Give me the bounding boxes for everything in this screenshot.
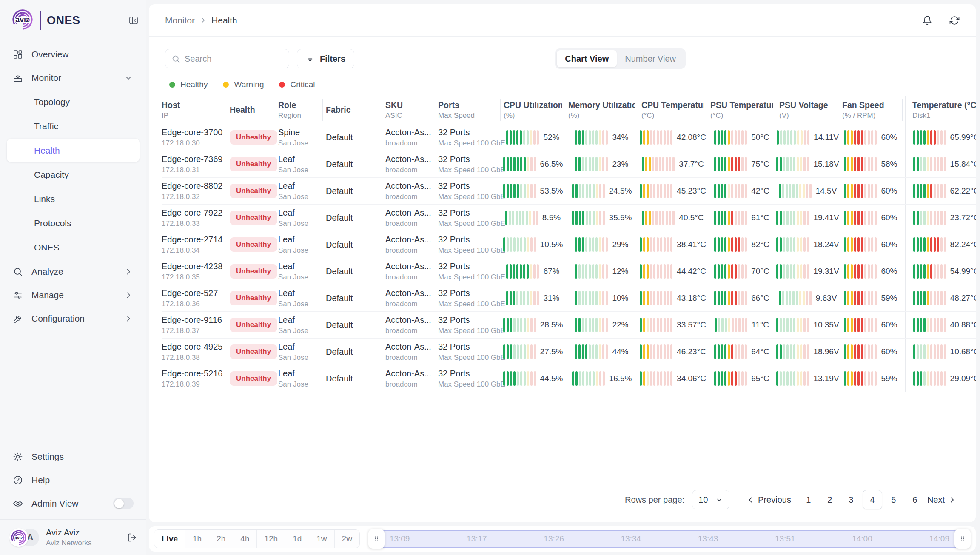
sidebar-collapse-button[interactable] — [128, 15, 139, 26]
chart-bar — [724, 344, 726, 359]
range-button-1h[interactable]: 1h — [185, 530, 209, 548]
chart-bar — [643, 291, 645, 305]
table-row-edge-core-5216[interactable]: Edge-core-5216172.18.0.39UnhealthyLeafSa… — [162, 365, 976, 392]
sidebar-item-overview[interactable]: Overview — [7, 43, 140, 66]
table-row-edge-core-3700[interactable]: Edge-core-3700172.18.0.30UnhealthySpineS… — [162, 124, 976, 151]
chart-bar — [934, 157, 936, 171]
range-button-4h[interactable]: 4h — [233, 530, 256, 548]
sidebar-item-settings[interactable]: Settings — [7, 445, 140, 468]
timeline: 13:0913:1713:2613:3413:4313:5114:0014:09 — [368, 529, 971, 549]
range-button-12h[interactable]: 12h — [256, 530, 285, 548]
breadcrumb-monitor[interactable]: Monitor — [165, 15, 195, 26]
previous-page-button[interactable]: Previous — [746, 495, 791, 505]
page-button-1[interactable]: 1 — [799, 490, 818, 509]
search-input[interactable] — [185, 54, 283, 64]
sidebar-item-protocols[interactable]: Protocols — [7, 211, 140, 235]
search-icon — [171, 54, 180, 63]
page-button-4[interactable]: 4 — [863, 490, 882, 509]
role-cell: LeafSan Jose — [278, 339, 326, 365]
range-button-2w[interactable]: 2w — [334, 530, 359, 548]
tab-chart-view[interactable]: Chart View — [557, 50, 617, 67]
role-cell-main: Leaf — [278, 262, 320, 271]
chart-bar — [780, 237, 782, 252]
column-header-health: Health — [230, 96, 278, 124]
table-row-edge-core-2714[interactable]: Edge-core-2714172.18.0.34UnhealthyLeafSa… — [162, 231, 976, 258]
chart-bar — [847, 184, 849, 198]
notifications-button[interactable] — [922, 15, 932, 26]
ports-cell: 32 PortsMax Speed 100 GbE — [438, 124, 504, 151]
metric-cell: 45.23°C — [641, 178, 710, 204]
sidebar-item-health[interactable]: Health — [7, 139, 140, 162]
ports-cell-sub: Max Speed 100 GbE — [438, 246, 498, 255]
chart-bar — [944, 291, 946, 305]
chart-bar — [530, 318, 533, 332]
page-button-2[interactable]: 2 — [820, 490, 840, 509]
sidebar-item-analyze[interactable]: Analyze — [7, 260, 140, 283]
table-row-edge-core-9116[interactable]: Edge-core-9116172.18.0.37UnhealthyLeafSa… — [162, 312, 976, 339]
time-tick: 14:09 — [929, 534, 949, 544]
table-row-edge-core-7922[interactable]: Edge-core-7922172.18.0.33UnhealthyLeafSa… — [162, 205, 976, 231]
range-button-1d[interactable]: 1d — [285, 530, 309, 548]
metric-value: 60% — [881, 267, 897, 276]
ports-cell-sub: Max Speed 100 GbE — [438, 273, 498, 282]
host-cell-main: Edge-core-4925 — [162, 342, 224, 352]
table-row-edge-core-7369[interactable]: Edge-core-7369172.18.0.31UnhealthyLeafSa… — [162, 151, 976, 178]
admin-view-toggle[interactable] — [113, 498, 134, 509]
chart-bar — [509, 211, 511, 225]
chart-bar — [934, 130, 936, 145]
chart-bar — [715, 318, 717, 332]
chart-bar — [780, 344, 782, 359]
chart-bar — [599, 184, 601, 198]
chart-bar — [728, 344, 730, 359]
host-cell-sub: 172.18.0.35 — [162, 273, 224, 282]
timeline-left-handle[interactable] — [368, 529, 385, 549]
page-button-3[interactable]: 3 — [841, 490, 861, 509]
fabric-cell-main: Default — [326, 186, 379, 196]
table-row-edge-core-8802[interactable]: Edge-core-8802172.18.0.32UnhealthyLeafSa… — [162, 178, 976, 205]
sidebar-item-help[interactable]: Help — [7, 468, 140, 492]
sidebar-item-ones[interactable]: ONES — [7, 236, 140, 259]
logout-button[interactable] — [127, 532, 137, 543]
chart-bar — [667, 291, 669, 305]
chart-bar — [927, 184, 929, 198]
sidebar-item-capacity[interactable]: Capacity — [7, 163, 140, 186]
chart-bar — [913, 344, 915, 359]
sidebar-item-configuration[interactable]: Configuration — [7, 307, 140, 330]
chart-bar — [800, 211, 802, 225]
chart-bar — [807, 318, 809, 332]
column-header-ports: PortsMax Speed — [438, 96, 504, 124]
timeline-strip[interactable]: 13:0913:1713:2613:3413:4313:5114:0014:09 — [379, 530, 960, 548]
tab-number-view[interactable]: Number View — [617, 50, 684, 67]
sidebar-item-topology[interactable]: Topology — [7, 90, 140, 114]
chart-bar — [858, 130, 860, 145]
rows-per-page-select[interactable]: 10 — [692, 490, 729, 509]
chart-bar — [599, 291, 601, 305]
sidebar-item-traffic[interactable]: Traffic — [7, 114, 140, 138]
sidebar-item-monitor[interactable]: Monitor — [7, 66, 140, 89]
range-button-1w[interactable]: 1w — [309, 530, 334, 548]
page-button-6[interactable]: 6 — [905, 490, 925, 509]
chart-bar — [745, 237, 747, 252]
table-row-edge-core-527[interactable]: Edge-core-527172.18.0.36UnhealthyLeafSan… — [162, 285, 976, 312]
refresh-button[interactable] — [949, 15, 960, 26]
chart-bar — [800, 157, 802, 171]
user-row[interactable]: aviz A Aviz Aviz Aviz Networks — [0, 519, 146, 555]
table-row-edge-core-4238[interactable]: Edge-core-4238172.18.0.35UnhealthyLeafSa… — [162, 258, 976, 285]
table-row-edge-core-4925[interactable]: Edge-core-4925172.18.0.38UnhealthyLeafSa… — [162, 339, 976, 365]
sidebar-item-links[interactable]: Links — [7, 187, 140, 211]
chart-bar — [530, 184, 533, 198]
sidebar-item-manage[interactable]: Manage — [7, 283, 140, 307]
health-cell: Unhealthy — [230, 205, 278, 231]
sidebar-item-admin-view[interactable]: Admin View — [7, 492, 140, 515]
filters-button[interactable]: Filters — [297, 49, 354, 68]
sliders-icon — [13, 290, 23, 300]
page-button-5[interactable]: 5 — [884, 490, 903, 509]
mini-bar-chart — [640, 264, 672, 279]
next-page-button[interactable]: Next — [927, 495, 956, 505]
metric-cell: 33.57°C — [641, 312, 710, 338]
range-button-2h[interactable]: 2h — [209, 530, 233, 548]
chart-bar — [724, 371, 726, 386]
chart-bar — [937, 264, 939, 279]
range-button-live[interactable]: Live — [154, 530, 185, 548]
timeline-right-handle[interactable] — [954, 529, 971, 549]
